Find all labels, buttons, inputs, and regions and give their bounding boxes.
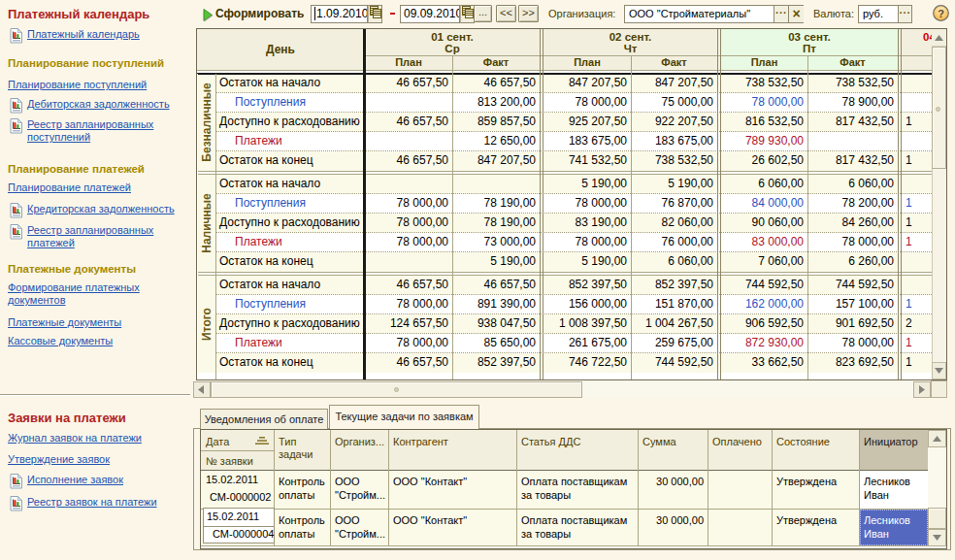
svg-text:?: ?: [938, 8, 944, 19]
